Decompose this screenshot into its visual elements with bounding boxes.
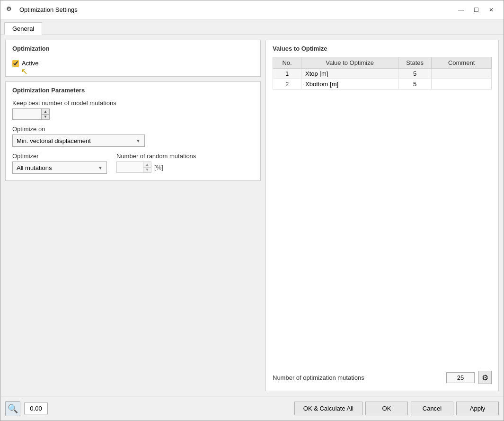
keep-best-label: Keep best number of model mutations [12, 99, 254, 107]
main-content: Optimization Active ↖ Optimization Param… [0, 35, 504, 396]
active-label: Active [22, 60, 38, 67]
col-comment: Comment [432, 57, 492, 69]
cell-value: Xbottom [m] [301, 79, 398, 90]
cell-no: 1 [273, 69, 301, 79]
active-checkbox[interactable] [12, 60, 19, 67]
optimizer-dropdown[interactable]: All mutations ▼ [12, 161, 107, 174]
cell-states: 5 [398, 69, 432, 79]
search-icon[interactable]: 🔍 [5, 401, 20, 416]
window-controls: — ☐ ✕ [454, 4, 498, 16]
random-mutations-buttons: ▲ ▼ [143, 162, 151, 172]
cell-value: Xtop [m] [301, 69, 398, 79]
optimize-on-group: Optimize on Min. vectorial displacement … [12, 125, 254, 147]
params-title: Optimization Parameters [12, 87, 254, 94]
cell-states: 5 [398, 79, 432, 90]
apply-button[interactable]: Apply [456, 402, 499, 415]
keep-best-down[interactable]: ▼ [42, 114, 49, 119]
optimize-on-value: Min. vectorial displacement [17, 137, 91, 144]
random-mutations-down[interactable]: ▼ [143, 167, 151, 172]
right-panel: Values to Optimize No. Value to Optimize… [265, 40, 499, 391]
settings-icon[interactable]: ⚙ [478, 371, 492, 384]
col-value: Value to Optimize [301, 57, 398, 69]
cancel-button[interactable]: Cancel [411, 402, 453, 415]
mutations-row: Number of optimization mutations 25 ⚙ [273, 371, 492, 384]
app-icon: ⚙ [6, 5, 16, 15]
values-section: Values to Optimize No. Value to Optimize… [265, 40, 499, 391]
values-title: Values to Optimize [273, 45, 492, 52]
bottom-bar: 🔍 0.00 OK & Calculate All OK Cancel Appl… [0, 396, 504, 421]
keep-best-input[interactable]: 25 [13, 111, 41, 118]
optimize-on-arrow: ▼ [136, 138, 141, 143]
table-row: 1 Xtop [m] 5 [273, 69, 492, 79]
title-bar: ⚙ Optimization Settings — ☐ ✕ [0, 0, 504, 19]
values-table-container: No. Value to Optimize States Comment 1 X… [273, 57, 492, 366]
optimizer-label: Optimizer [12, 152, 107, 160]
cell-comment [432, 79, 492, 90]
random-mutations-up[interactable]: ▲ [143, 162, 151, 167]
cell-no: 2 [273, 79, 301, 90]
ok-button[interactable]: OK [365, 402, 408, 415]
keep-best-spinbox: 25 ▲ ▼ [12, 108, 50, 120]
optimize-on-label: Optimize on [12, 125, 254, 133]
optimization-title: Optimization [12, 45, 254, 52]
mutations-value: 25 [446, 372, 475, 383]
cursor-icon: ↖ [21, 66, 28, 77]
close-button[interactable]: ✕ [485, 4, 498, 16]
optimizer-col: Optimizer All mutations ▼ [12, 152, 107, 174]
optimizer-group: Optimizer All mutations ▼ Number of rand… [12, 152, 254, 174]
optimization-section: Optimization Active ↖ [5, 40, 261, 77]
window-title: Optimization Settings [19, 6, 78, 13]
random-mutations-input[interactable]: 30.00 [117, 164, 143, 171]
params-section: Optimization Parameters Keep best number… [5, 81, 261, 181]
bottom-left: 🔍 0.00 [5, 401, 48, 416]
cell-comment [432, 69, 492, 79]
optimizer-value: All mutations [17, 164, 52, 171]
value-display: 0.00 [24, 403, 48, 414]
col-no: No. [273, 57, 301, 69]
values-table: No. Value to Optimize States Comment 1 X… [273, 57, 492, 90]
tab-general-label: General [12, 25, 34, 32]
maximize-button[interactable]: ☐ [469, 4, 483, 16]
optimize-on-dropdown[interactable]: Min. vectorial displacement ▼ [12, 134, 145, 147]
optimizer-arrow: ▼ [98, 165, 103, 170]
col-states: States [398, 57, 432, 69]
random-mutations-col: Number of random mutations 30.00 ▲ ▼ [%] [116, 152, 196, 173]
main-window: ⚙ Optimization Settings — ☐ ✕ General Op… [0, 0, 504, 421]
table-row: 2 Xbottom [m] 5 [273, 79, 492, 90]
bottom-buttons: OK & Calculate All OK Cancel Apply [294, 402, 499, 415]
title-bar-left: ⚙ Optimization Settings [6, 5, 78, 15]
ok-calculate-button[interactable]: OK & Calculate All [294, 402, 363, 415]
keep-best-buttons: ▲ ▼ [41, 109, 49, 119]
mutations-label: Number of optimization mutations [273, 374, 364, 381]
minimize-button[interactable]: — [454, 4, 468, 16]
keep-best-up[interactable]: ▲ [42, 109, 49, 114]
tabs-bar: General [0, 19, 504, 35]
keep-best-group: Keep best number of model mutations 25 ▲… [12, 99, 254, 120]
tab-general[interactable]: General [4, 22, 42, 35]
left-panel: Optimization Active ↖ Optimization Param… [5, 40, 261, 391]
percent-label: [%] [154, 164, 163, 171]
random-mutations-spinbox: 30.00 ▲ ▼ [116, 161, 151, 173]
random-mutations-label: Number of random mutations [116, 152, 196, 160]
active-checkbox-row: Active ↖ [12, 60, 38, 67]
